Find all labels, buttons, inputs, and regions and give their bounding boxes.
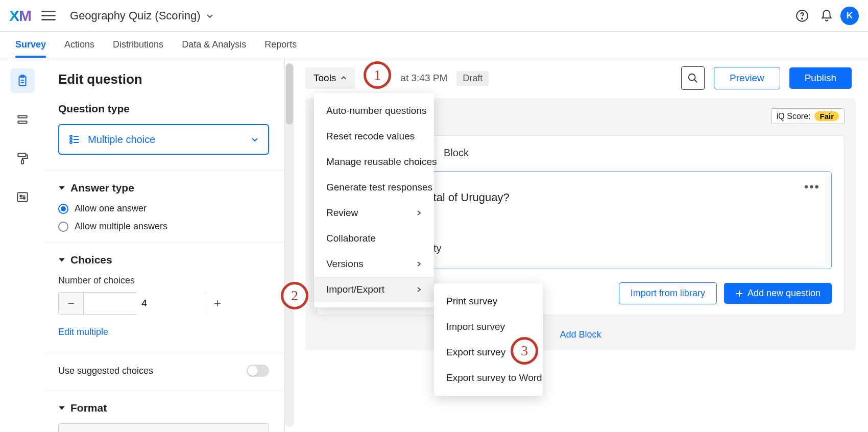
xm-logo[interactable]: XM [9,7,31,25]
nav-reports[interactable]: Reports [264,32,297,58]
preview-button[interactable]: Preview [714,67,780,89]
choices-title: Choices [70,254,112,266]
chevron-up-icon [340,75,347,82]
nav-actions[interactable]: Actions [64,32,94,58]
paint-roller-icon [16,152,29,165]
edit-question-panel: Edit question Question type Multiple cho… [45,58,285,432]
radio-icon-checked [58,204,68,214]
rail-look-feel[interactable] [10,146,35,171]
notifications-button[interactable] [816,5,837,27]
answer-type-section[interactable]: Answer type [58,182,269,194]
menu-reset-recode[interactable]: Reset recode values [314,124,434,149]
submenu-import-survey[interactable]: Import survey [434,314,551,340]
import-from-library-button[interactable]: Import from library [619,282,717,304]
bell-icon [820,9,833,22]
qtype-section-title: Question type [58,103,269,115]
radio-allow-one[interactable]: Allow one answer [58,203,269,214]
submenu-export-survey[interactable]: Export survey [434,340,551,365]
publish-button[interactable]: Publish [789,67,852,89]
svg-rect-5 [18,121,27,123]
stepper-minus[interactable]: − [59,293,83,314]
svg-point-12 [70,138,72,140]
iq-score-badge: Fair [814,111,839,121]
svg-rect-6 [18,153,26,157]
help-icon [795,9,809,22]
use-suggested-row: Use suggested choices [58,365,269,377]
tools-dropdown-button[interactable]: Tools [305,67,355,89]
caret-down-icon [58,404,65,412]
radio-allow-one-label: Allow one answer [75,203,147,214]
svg-point-1 [802,18,803,19]
clipboard-icon [16,74,29,87]
rail-flow[interactable] [10,107,35,132]
logo-m: M [19,7,31,25]
add-new-question-label: Add new question [748,288,821,299]
qtype-value: Multiple choice [88,134,251,146]
search-icon [687,73,698,84]
radio-allow-multi[interactable]: Allow multiple answers [58,221,269,232]
menu-collaborate[interactable]: Collaborate [314,226,434,251]
search-button[interactable] [681,66,705,90]
panel-heading: Edit question [58,71,269,87]
stepper-plus[interactable]: + [205,293,230,314]
app-header: XM Geography Quiz (Scoring) K [0,0,868,32]
nav-data-analysis[interactable]: Data & Analysis [182,32,246,58]
menu-manage-reusable[interactable]: Manage reusable choices [314,149,434,175]
menu-versions[interactable]: Versions [314,251,434,277]
svg-point-13 [70,141,72,143]
chevron-right-icon [416,261,422,267]
logo-x: X [9,7,19,25]
scrollbar[interactable] [285,63,294,427]
menu-import-export[interactable]: Import/Export [314,277,434,302]
svg-point-10 [23,198,25,199]
add-block-link[interactable]: Add Block [317,329,845,340]
menu-review[interactable]: Review [314,200,434,226]
chevron-down-icon [251,135,259,143]
chevron-right-icon [416,210,422,216]
avatar[interactable]: K [840,7,859,25]
caret-down-icon [58,256,65,263]
rail-builder[interactable] [10,68,35,93]
nav-distributions[interactable]: Distributions [113,32,163,58]
saved-timestamp: at 3:43 PM [400,73,447,84]
block-title-text: Block [444,147,469,159]
iq-score-pill[interactable]: iQ Score: Fair [771,108,845,124]
tools-menu: Auto-number questions Reset recode value… [314,93,434,307]
import-export-submenu: Print survey Import survey Export survey… [434,283,543,396]
radio-icon-unchecked [58,222,68,232]
submenu-print-survey[interactable]: Print survey [434,289,551,314]
format-section[interactable]: Format [58,402,269,414]
format-title: Format [70,402,107,414]
question-type-select[interactable]: Multiple choice [58,124,269,155]
menu-auto-number[interactable]: Auto-number questions [314,98,434,124]
num-choices-stepper[interactable]: − + [58,292,138,315]
left-rail [0,58,45,432]
use-suggested-label: Use suggested choices [58,366,153,376]
choices-section[interactable]: Choices [58,254,269,266]
menu-generate-test[interactable]: Generate test responses [314,175,434,200]
menu-icon[interactable] [41,9,56,23]
num-choices-input[interactable] [83,293,205,314]
svg-point-9 [20,195,21,197]
use-suggested-toggle[interactable] [247,365,269,377]
help-button[interactable] [791,5,813,27]
submenu-export-word[interactable]: Export survey to Word [434,365,551,391]
format-select[interactable]: List [58,423,269,432]
add-new-question-button[interactable]: Add new question [724,283,832,304]
sliders-icon [16,190,29,204]
nav-survey[interactable]: Survey [15,32,46,58]
edit-multiple-link[interactable]: Edit multiple [58,327,108,338]
iq-label: iQ Score: [777,112,811,121]
num-choices-label: Number of choices [58,275,269,286]
chevron-down-icon [206,12,214,20]
chevron-right-icon [416,286,422,293]
rail-options[interactable] [10,185,35,209]
project-title-dropdown[interactable]: Geography Quiz (Scoring) [70,9,214,22]
plus-icon [735,290,743,298]
project-title-text: Geography Quiz (Scoring) [70,9,201,22]
svg-point-11 [70,135,72,137]
multiple-choice-icon [68,133,81,146]
svg-rect-4 [18,115,27,117]
question-more-icon[interactable]: ••• [804,180,820,194]
flow-icon [16,113,29,126]
